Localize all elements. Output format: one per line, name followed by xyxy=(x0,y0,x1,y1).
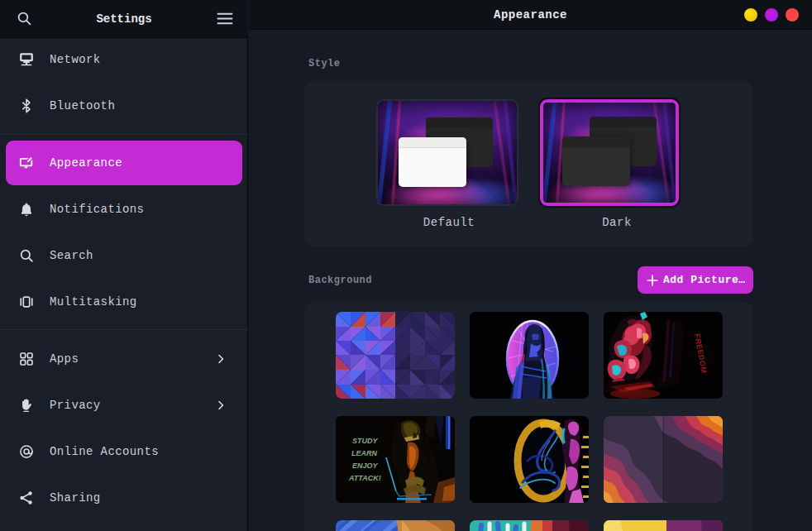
svg-text:ENJOY: ENJOY xyxy=(352,462,379,470)
svg-text:ATTACK!: ATTACK! xyxy=(348,474,381,482)
svg-text:LEARN: LEARN xyxy=(351,449,377,457)
svg-text:STUDY: STUDY xyxy=(352,437,378,445)
